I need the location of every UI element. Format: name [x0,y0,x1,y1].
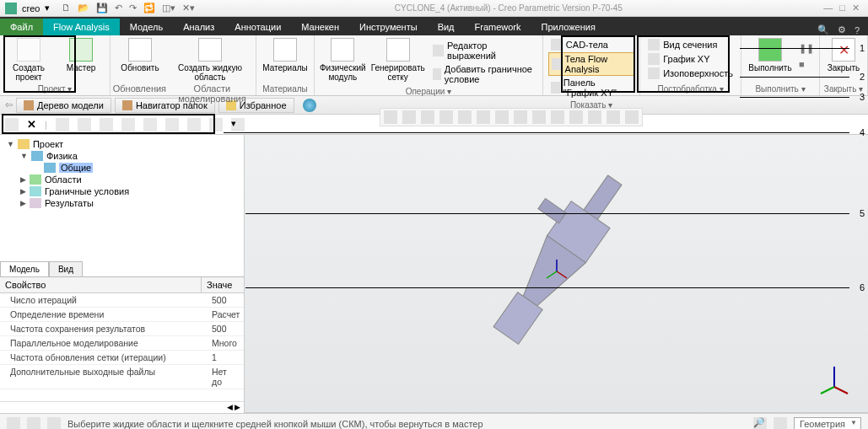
proptab-view[interactable]: Вид [49,261,83,276]
fluid-region-button[interactable]: Создать жидкую область [170,38,251,82]
new-icon[interactable]: 🗋 [62,3,71,13]
globe-icon[interactable] [303,99,316,112]
zoom-fit-icon[interactable] [384,110,397,124]
prop-row[interactable]: Частота сохранения результатов500 [0,322,244,336]
tree-node-results[interactable]: ▶Результаты [7,197,237,209]
xy-graph-button[interactable]: График XY [645,52,736,66]
subtab-model-tree[interactable]: Дерево модели [16,98,111,113]
msg-icon[interactable] [7,417,20,430]
search-icon[interactable]: 🔍 [817,24,829,35]
regen-icon[interactable]: 🔁 [143,3,155,13]
filter-icon[interactable] [774,417,787,430]
tree-node-regions[interactable]: ▶Области [7,174,237,185]
layers-icon[interactable] [47,417,61,430]
scroll-left-icon[interactable]: ◀ [227,403,233,412]
view-mgr-icon[interactable] [514,110,527,124]
tree-node-physics[interactable]: ▼Физика [7,150,237,162]
quick-access-toolbar[interactable]: 🗋 📂 💾 ↶ ↷ 🔁 ◫▾ ✕▾ [55,3,202,13]
repaint-icon[interactable] [439,110,453,124]
tab-view[interactable]: Вид [428,19,465,35]
tab-applications[interactable]: Приложения [531,19,606,35]
post-label[interactable]: Постобработка ▾ [640,83,741,95]
tab-annotations[interactable]: Аннотации [224,19,291,35]
property-grid[interactable]: СвойствоЗначе Число итераций500 Определе… [0,277,244,401]
back-icon[interactable]: ⇦ [5,99,13,110]
tab-file[interactable]: Файл [0,19,43,35]
tab-tools[interactable]: Инструменты [349,19,428,35]
tool-icon-9[interactable]: ▾ [231,118,245,131]
binocular-icon[interactable]: 🔎▾ [753,417,767,430]
tool-icon-7[interactable] [187,118,201,131]
prop-row[interactable]: Параллельное моделированиеМного [0,336,244,351]
xy-panel-toggle[interactable]: Панель "График XY" [548,77,634,99]
window-controls[interactable]: — □ ✕ [815,3,868,13]
cad-bodies-toggle[interactable]: CAD-тела [548,38,634,51]
windows-icon[interactable]: ◫▾ [162,3,175,13]
run-label[interactable]: Выполнить ▾ [741,83,819,95]
display-style-icon[interactable] [477,110,490,124]
tool-icon-3[interactable] [100,118,113,131]
stop2-icon[interactable] [625,110,639,124]
tab-framework[interactable]: Framework [465,19,531,35]
tool-icon-2[interactable] [78,118,91,131]
info-icon[interactable] [27,417,40,430]
save-icon[interactable]: 💾 [96,3,108,13]
run-button[interactable]: Выполнить [747,38,794,72]
zoom-in-icon[interactable] [402,110,416,124]
app-menu[interactable]: creo ▾ [0,3,55,14]
tab-analysis[interactable]: Анализ [173,19,224,35]
group-project-label[interactable]: Проект ▾ [0,83,110,95]
spin-icon[interactable] [458,110,472,124]
close-button[interactable]: ✕ Закрыть [825,38,862,72]
close-window-icon[interactable]: ✕ [852,3,860,13]
open-icon[interactable]: 📂 [78,3,89,13]
tool-icon-6[interactable] [165,118,179,131]
maximize-icon[interactable]: □ [839,3,845,13]
play-icon[interactable] [588,110,601,124]
refresh-button[interactable]: Обновить [116,38,164,72]
tool-icon-5[interactable] [143,118,157,131]
tree-node-general[interactable]: Общие [7,162,237,174]
proptab-model[interactable]: Модель [0,261,49,276]
layer-icon[interactable] [532,110,546,124]
generate-mesh-button[interactable]: Генерировать сетку [371,38,425,82]
expression-editor-button[interactable]: Редактор выражений [430,40,537,62]
prop-row[interactable]: Частота обновления сетки (итерации)1 [0,351,244,365]
minimize-icon[interactable]: — [823,3,833,13]
isosurface-button[interactable]: Изоповерхность [645,67,736,80]
flow-bodies-toggle[interactable]: Тела Flow Analysis [548,52,634,76]
tool-icon-8[interactable] [209,118,223,131]
tool-icon-4[interactable] [121,118,135,131]
redo-icon[interactable]: ↷ [129,3,137,13]
close-icon[interactable]: ✕▾ [182,3,195,13]
scroll-right-icon[interactable]: ▶ [235,403,240,412]
ops-label[interactable]: Операции ▾ [315,85,542,98]
selection-filter-combo[interactable]: Геометрия [794,417,861,430]
prop-row[interactable]: Число итераций500 [0,293,244,308]
undo-icon[interactable]: ↶ [115,3,122,13]
saved-views-icon[interactable] [495,110,509,124]
wizard-button[interactable]: Мастер [57,38,105,72]
prop-row[interactable]: Дополнительные выходные файлыНет до [0,365,244,389]
expand-icon[interactable] [5,118,19,131]
create-project-button[interactable]: Создать проект [5,38,52,82]
pause2-icon[interactable] [607,110,620,124]
tab-manikin[interactable]: Манекен [291,19,349,35]
section-view-button[interactable]: Вид сечения [645,38,736,51]
tab-flow-analysis[interactable]: Flow Analysis [43,19,120,35]
delete-icon[interactable]: ✕ [27,118,36,131]
tree-node-bc[interactable]: ▶Граничные условия [7,185,237,197]
annot-icon[interactable] [551,110,564,124]
tab-model[interactable]: Модель [120,19,173,35]
add-bc-button[interactable]: Добавить граничное условие [430,63,537,85]
viewport[interactable] [245,135,868,413]
tool-icon-1[interactable] [56,118,69,131]
physics-module-button[interactable]: Физический модуль [320,38,366,82]
model-tree[interactable]: ▼Проект ▼Физика Общие ▶Области ▶Граничны… [0,135,244,261]
help-icon[interactable]: ? [855,25,860,35]
datum-icon[interactable] [569,110,583,124]
gear-icon[interactable]: ⚙ [838,24,846,35]
materials-button[interactable]: Материалы [261,38,309,72]
prop-row[interactable]: Определение времениРасчет [0,308,244,322]
zoom-out-icon[interactable] [421,110,434,124]
